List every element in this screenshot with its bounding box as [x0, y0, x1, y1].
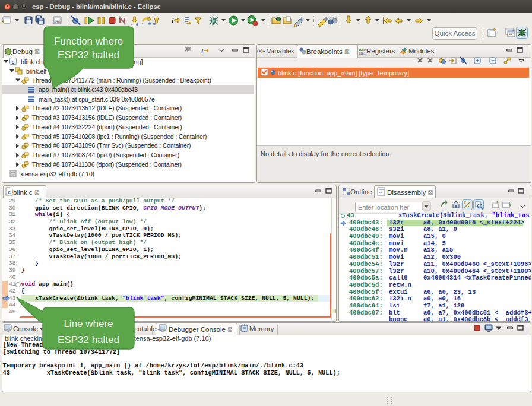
svg-text:ESP32 halted: ESP32 halted — [58, 49, 119, 61]
svg-text:0101: 0101 — [359, 52, 366, 56]
svg-text:Function where: Function where — [54, 36, 123, 47]
svg-text:c: c — [8, 189, 11, 195]
svg-text:Line where: Line where — [64, 318, 113, 329]
svg-text:ESP32 halted: ESP32 halted — [58, 334, 119, 345]
svg-text:(x)=: (x)= — [257, 48, 265, 53]
